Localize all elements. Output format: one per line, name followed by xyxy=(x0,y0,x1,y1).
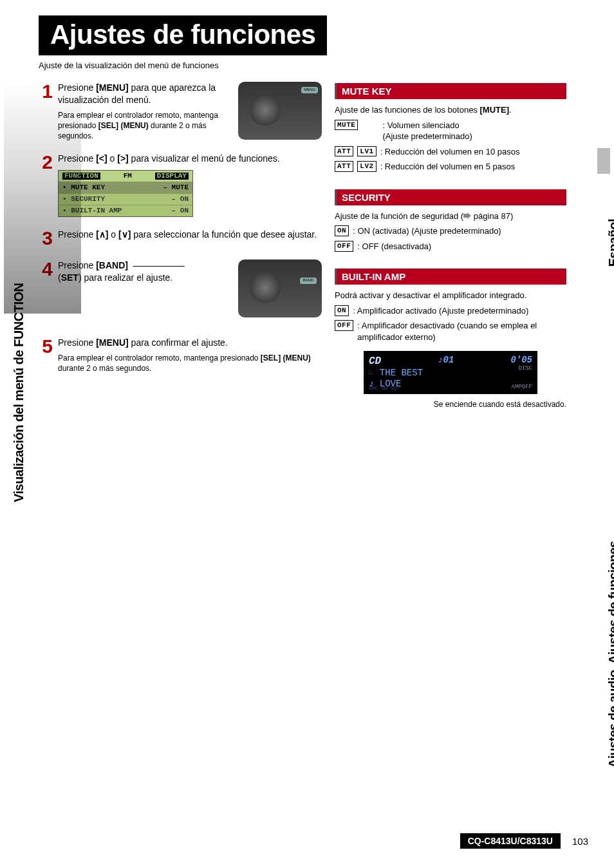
section-security: SECURITY Ajuste de la función de segurid… xyxy=(335,189,566,252)
section-mute-key: MUTE KEY Ajuste de las funciones de los … xyxy=(335,83,566,173)
section-heading: BUILT-IN AMP xyxy=(335,269,566,285)
option-text: : Amplificador activado (Ajuste predeter… xyxy=(353,305,528,317)
section-heading: SECURITY xyxy=(335,189,566,205)
option-text: : Volumen silenciado xyxy=(382,120,459,130)
model-number: CQ-C8413U/C8313U xyxy=(460,833,561,849)
option-text: : Amplificador desactivado (cuando se em… xyxy=(357,320,566,343)
side-tab-section: Ajustes de audio, Ajustes de funciones xyxy=(606,541,614,768)
key-up: [∧] xyxy=(96,229,108,240)
step-note: Para emplear el controlador remoto, mant… xyxy=(58,354,261,363)
step-1: 1 Presione [MENU] para que aparezca la v… xyxy=(39,82,322,141)
step-2: 2 Presione [<] o [>] para visualizar el … xyxy=(39,153,322,217)
lcd-chip-lv1: LV1 xyxy=(357,146,376,157)
section-intro: página 87) xyxy=(471,211,513,221)
key-right: [>] xyxy=(117,153,129,164)
side-tab-left-label: Visualización del menú de FUNCTION xyxy=(12,283,26,502)
side-tab-marker xyxy=(597,148,610,174)
step-text: para visualizar el menú de funciones. xyxy=(129,153,280,164)
step-text: ) para realizar el ajuste. xyxy=(79,272,172,283)
page-subtitle: Ajuste de la visualización del menú de f… xyxy=(39,61,588,70)
lcd-chip-att: ATT xyxy=(335,146,353,157)
step-text: o xyxy=(107,153,118,164)
lcd-value: – MUTE xyxy=(163,184,189,191)
key-left: [<] xyxy=(96,153,107,164)
lcd-line: ☞ THE BEST xyxy=(369,368,532,379)
step-5: 5 Presione [MENU] para confirmar el ajus… xyxy=(39,337,322,373)
step-3: 3 Presione [∧] o [∨] para seleccionar la… xyxy=(39,229,322,248)
step-text: o xyxy=(108,229,118,240)
option-text: : Reducción del volumen en 10 pasos xyxy=(380,146,520,158)
lcd-sbc: SBC-SW SQ7 xyxy=(369,385,400,392)
section-built-in-amp: BUILT-IN AMP Podrá activar y desactivar … xyxy=(335,269,566,409)
key-menu: [MENU] xyxy=(96,82,129,93)
display-caption: Se enciende cuando está desactivado. xyxy=(335,399,566,410)
page-title: Ajustes de funciones xyxy=(39,15,327,55)
unit-band-button-icon: BAND xyxy=(300,278,317,284)
lcd-chip-off: OFF xyxy=(335,241,353,252)
section-intro: Ajuste de las funciones de los botones xyxy=(335,105,479,115)
step-4: 4 Presione [BAND] (SET) para realizar el… xyxy=(39,259,322,317)
lcd-chip-on: ON xyxy=(335,225,349,236)
step-note: durante 2 o más segundos. xyxy=(58,364,151,373)
lcd-chip-lv2: LV2 xyxy=(357,161,376,172)
section-intro: Podrá activar y desactivar el amplificad… xyxy=(335,290,566,301)
page-number: 103 xyxy=(572,836,588,847)
key-mute: [MUTE] xyxy=(479,105,509,115)
step-text: para confirmar el ajuste. xyxy=(129,337,228,348)
key-menu: [MENU] xyxy=(96,337,129,348)
lcd-value: – ON xyxy=(172,196,189,203)
leader-line xyxy=(133,266,185,267)
option-text: : Reducción del volumen en 5 pasos xyxy=(380,161,516,173)
key-down: [∨] xyxy=(118,229,131,240)
unit-menu-button-icon: MENU xyxy=(301,87,318,93)
lcd-chip-att: ATT xyxy=(335,161,353,172)
option-text: (Ajuste predeterminado) xyxy=(382,131,472,141)
lcd-chip-on: ON xyxy=(335,305,349,316)
step-number: 5 xyxy=(39,337,53,373)
cd-lcd-display: CD ♪01 0'05 DISC ☞ THE BEST ♪ LOVE SBC-S… xyxy=(364,351,537,394)
page-ref-arrow-icon xyxy=(463,212,471,219)
head-unit-illustration: MENU xyxy=(238,82,322,140)
lcd-value: – ON xyxy=(172,207,189,214)
gradient-bar xyxy=(4,82,81,314)
section-intro: Ajuste de la función de seguridad ( xyxy=(335,211,463,221)
section-intro: . xyxy=(509,105,512,115)
lcd-chip-off: OFF xyxy=(335,320,353,331)
key-band: [BAND] xyxy=(96,260,128,270)
lcd-track: ♪01 xyxy=(438,355,454,368)
key-sel-menu: [SEL] (MENU) xyxy=(98,121,149,130)
page-footer: CQ-C8413U/C8313U 103 xyxy=(39,833,588,849)
lcd-header-display: DISPLAY xyxy=(155,173,189,180)
key-sel-menu: [SEL] (MENU) xyxy=(261,354,311,363)
head-unit-illustration: BAND xyxy=(238,259,322,317)
lcd-cd-label: CD xyxy=(369,355,381,368)
section-heading: MUTE KEY xyxy=(335,83,566,99)
option-text: : OFF (desactivada) xyxy=(357,241,431,252)
lcd-disc-label: DISC xyxy=(518,365,532,372)
side-tab-language: Español xyxy=(606,219,614,267)
lcd-header-fm: FM xyxy=(124,173,132,180)
step-text: para seleccionar la función que desee aj… xyxy=(131,229,317,240)
step-text: Presione xyxy=(58,337,96,348)
lcd-ampoff: AMPOFF xyxy=(512,384,532,391)
option-text: : ON (activada) (Ajuste predeterminado) xyxy=(353,225,501,237)
lcd-chip-mute: MUTE xyxy=(335,120,358,131)
